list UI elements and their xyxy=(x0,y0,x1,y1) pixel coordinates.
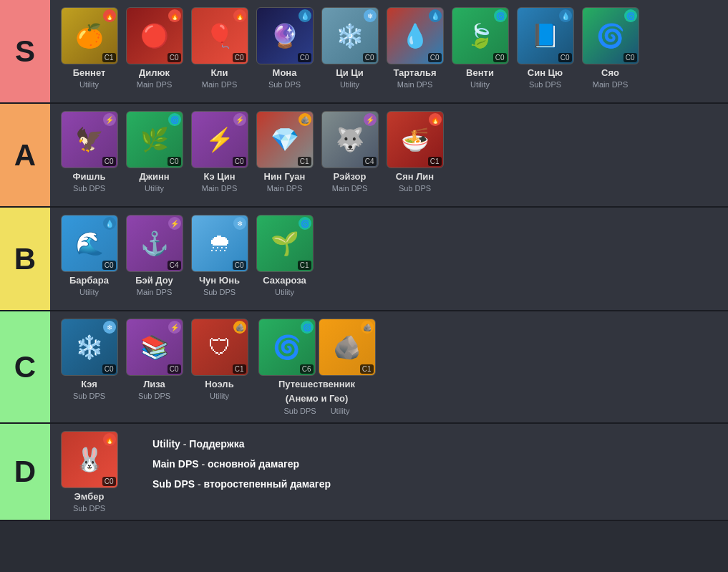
element-icon-electro: ⚡ xyxy=(168,217,181,230)
character-barbara[interactable]: 🌊 💧 C0 Барбара Utility xyxy=(59,215,120,296)
char-role: Main DPS xyxy=(332,184,368,193)
character-lisa[interactable]: 📚 ⚡ C0 Лиза Sub DPS xyxy=(124,319,185,400)
element-icon-hydro: 💧 xyxy=(429,9,442,22)
char-name: Тарталья xyxy=(393,67,436,79)
char-role: Sub DPS xyxy=(73,184,105,193)
element-icon-anemo: 🌀 xyxy=(299,217,311,230)
character-jean[interactable]: 🌿 🌀 C0 Джинн Utility xyxy=(124,111,185,193)
char-name: Кэя xyxy=(81,379,97,390)
char-role: Sub DPS xyxy=(203,288,236,296)
tier-a-content: 🦅 ⚡ C0 Фишль Sub DPS 🌿 🌀 C0 Джинн Utilit… xyxy=(50,104,728,206)
element-icon-pyro: 🔥 xyxy=(103,433,116,446)
element-icon-cryo: ❄ xyxy=(233,217,246,230)
char-name: Бэй Доу xyxy=(135,275,173,286)
legend-sub-dps: Sub DPS - второстепенный дамагер xyxy=(152,478,705,490)
tier-b-label: B xyxy=(0,208,50,310)
char-name: Венти xyxy=(466,67,494,79)
character-beidou[interactable]: ⚓ ⚡ C4 Бэй Доу Main DPS xyxy=(124,215,185,296)
char-role: Main DPS xyxy=(137,288,173,296)
character-fischl[interactable]: 🦅 ⚡ C0 Фишль Sub DPS xyxy=(59,111,120,193)
character-xiangling[interactable]: 🍜 🔥 C1 Сян Лин Sub DPS xyxy=(384,111,445,193)
character-razor[interactable]: 🐺 ⚡ C4 Рэйзор Main DPS xyxy=(319,111,380,193)
character-amber[interactable]: 🐰 🔥 C0 Эмбер Sub DPS xyxy=(59,431,120,513)
character-chongyun[interactable]: 🌨 ❄ C0 Чун Юнь Sub DPS xyxy=(189,215,250,296)
tier-s-content: 🍊 🔥 C1 Беннет Utility 🔴 🔥 C0 Дилюк Main … xyxy=(50,0,728,102)
char-name: Фишль xyxy=(72,171,105,183)
char-name: Ноэль xyxy=(205,379,233,390)
character-noelle[interactable]: 🛡 🪨 C1 Ноэль Utility xyxy=(189,319,250,400)
character-ningguang[interactable]: 💎 🪨 C1 Нин Гуан Main DPS xyxy=(254,111,315,193)
char-name: Лиза xyxy=(143,379,165,390)
char-role: Sub DPS xyxy=(268,80,301,89)
constellation-badge: C4 xyxy=(168,261,181,270)
element-icon-electro: ⚡ xyxy=(168,321,181,334)
element-icon-pyro: 🔥 xyxy=(103,9,116,22)
element-icon-cryo: ❄ xyxy=(103,321,116,334)
constellation-badge: C0 xyxy=(233,261,246,270)
constellation-badge: C0 xyxy=(233,157,246,166)
tier-d-content: 🐰 🔥 C0 Эмбер Sub DPS Utility - Поддержка… xyxy=(50,424,728,520)
char-role: Sub DPS xyxy=(73,504,105,513)
traveler-roles: Sub DPS Utility xyxy=(283,405,349,415)
constellation-badge: C0 xyxy=(363,53,377,62)
tier-list: S 🍊 🔥 C1 Беннет Utility 🔴 🔥 C0 Дилюк xyxy=(0,0,728,521)
tier-a-label: A xyxy=(0,104,50,206)
char-name: Нин Гуан xyxy=(264,171,306,183)
traveler-name: Путешественник xyxy=(278,379,355,390)
traveler-role-1: Sub DPS xyxy=(283,407,316,415)
character-klee[interactable]: 🎈 🔥 C0 Кли Main DPS xyxy=(189,7,250,89)
char-role: Main DPS xyxy=(202,184,238,193)
tier-s-row: S 🍊 🔥 C1 Беннет Utility 🔴 🔥 C0 Дилюк xyxy=(0,0,728,104)
character-bennett[interactable]: 🍊 🔥 C1 Беннет Utility xyxy=(59,7,120,89)
constellation-badge: C1 xyxy=(298,157,311,166)
tier-a-row: A 🦅 ⚡ C0 Фишль Sub DPS 🌿 🌀 C0 Джинн xyxy=(0,104,728,208)
constellation-badge: C0 xyxy=(168,53,181,62)
char-role: Main DPS xyxy=(397,80,433,89)
tier-c-content: ❄️ ❄ C0 Кэя Sub DPS 📚 ⚡ C0 Лиза Sub DPS xyxy=(50,311,728,422)
char-role: Sub DPS xyxy=(138,392,170,400)
constellation-badge: C0 xyxy=(493,53,507,62)
char-role: Utility xyxy=(79,80,99,89)
char-role: Main DPS xyxy=(593,80,628,89)
char-name: Сахароза xyxy=(263,275,306,286)
character-tartaglia[interactable]: 💧 💧 C0 Тарталья Main DPS xyxy=(384,7,445,89)
character-xiao[interactable]: 🌀 🌀 C0 Сяо Main DPS xyxy=(580,7,641,89)
char-name: Мона xyxy=(273,67,297,79)
character-venti[interactable]: 🍃 🌀 C0 Венти Utility xyxy=(450,7,510,89)
character-keqing[interactable]: ⚡ ⚡ C0 Кэ Цин Main DPS xyxy=(189,111,250,193)
element-icon-anemo: 🌀 xyxy=(624,9,637,22)
char-role: Main DPS xyxy=(267,184,303,193)
element-icon-anemo: 🌀 xyxy=(168,113,181,126)
character-traveler[interactable]: 🌀 🌀 C6 🪨 🪨 C1 Путешественник (Анемо и Ге… xyxy=(254,319,379,415)
char-name: Беннет xyxy=(73,67,106,79)
character-qiqi[interactable]: ❄️ ❄ C0 Ци Ци Utility xyxy=(319,7,380,89)
element-icon-pyro: 🔥 xyxy=(233,9,246,22)
character-diluc[interactable]: 🔴 🔥 C0 Дилюк Main DPS xyxy=(124,7,185,89)
tier-b-content: 🌊 💧 C0 Барбара Utility ⚓ ⚡ C4 Бэй Доу Ma… xyxy=(50,208,728,310)
constellation-badge: C0 xyxy=(558,53,572,62)
constellation-badge: C1 xyxy=(428,157,442,166)
character-mona[interactable]: 🔮 💧 C0 Мона Sub DPS xyxy=(254,7,315,89)
char-name: Рэйзор xyxy=(334,171,367,183)
character-sucrose[interactable]: 🌱 🌀 C1 Сахароза Utility xyxy=(254,215,315,296)
character-xingqiu[interactable]: 📘 💧 C0 Син Цю Sub DPS xyxy=(515,7,576,89)
tier-s-label: S xyxy=(0,0,50,102)
legend-main-dps: Main DPS - основной дамагер xyxy=(152,458,705,470)
char-role: Utility xyxy=(79,288,99,296)
traveler-avatars: 🌀 🌀 C6 🪨 🪨 C1 xyxy=(258,319,376,376)
tier-c-row: C ❄️ ❄ C0 Кэя Sub DPS 📚 ⚡ C0 Лиза xyxy=(0,311,728,424)
char-role: Sub DPS xyxy=(529,80,561,89)
constellation-badge: C0 xyxy=(428,53,442,62)
element-icon-anemo: 🌀 xyxy=(494,9,507,22)
constellation-badge: C4 xyxy=(363,157,377,166)
constellation-badge: C1 xyxy=(102,53,116,62)
char-name: Ци Ци xyxy=(336,67,364,79)
constellation-badge: C6 xyxy=(300,364,314,374)
char-name: Сян Лин xyxy=(396,171,434,183)
char-role: Main DPS xyxy=(202,80,238,89)
element-icon-anemo: 🌀 xyxy=(301,321,314,334)
char-name: Кэ Цин xyxy=(203,171,235,183)
character-kaeya[interactable]: ❄️ ❄ C0 Кэя Sub DPS xyxy=(59,319,120,400)
element-icon-cryo: ❄ xyxy=(364,9,377,22)
element-icon-electro: ⚡ xyxy=(364,113,377,126)
